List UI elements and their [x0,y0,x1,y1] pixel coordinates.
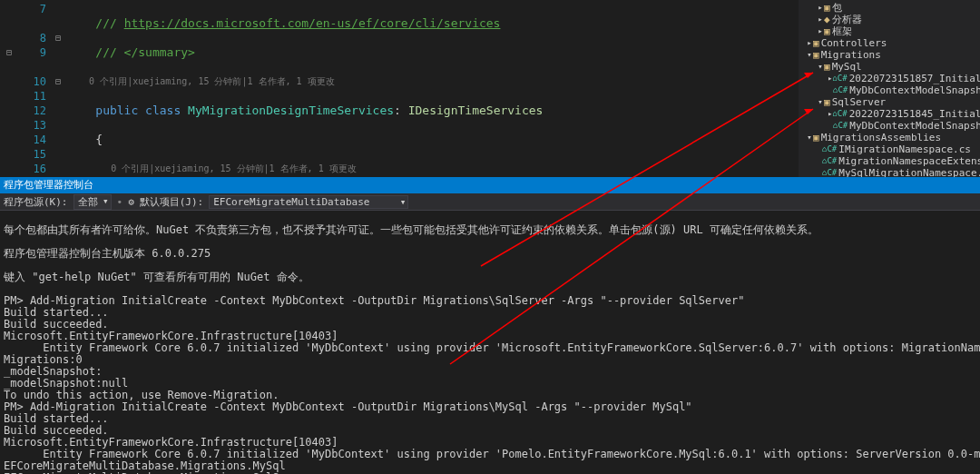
default-project-dropdown[interactable]: EFCoreMigrateMultiDatabase▾ [209,195,408,209]
tree-migasm[interactable]: MigrationsAssemblies [821,132,941,143]
editor-fold-margin: ⊟⊟ [49,0,67,177]
editor-glyph-margin: ⊟ [0,0,18,177]
chevron-down-icon[interactable]: ▾ [806,49,813,61]
file-mysql-snapshot[interactable]: MyDbContextModelSnapshot.cs [849,84,980,96]
framework-icon: ▣ [824,25,830,37]
solution-explorer[interactable]: ▸▣包 ▸◆分析器 ▸▣框架 ▸▣Controllers ▾▣Migration… [799,0,980,177]
tree-mysql[interactable]: MySql [832,61,862,73]
chevron-down-icon: ▾ [400,196,407,208]
tree-frameworks[interactable]: 框架 [832,25,852,37]
package-icon: ▣ [824,2,830,14]
chevron-right-icon[interactable]: ▸ [817,25,824,37]
csharp-file-icon: ⌂C# [833,84,848,96]
file-mignamespaceext[interactable]: MigrationNamespaceExtension.cs [838,155,980,167]
gear-icon[interactable]: ⚙ [128,196,134,208]
console-title: 程序包管理器控制台 [0,177,980,193]
file-imignamespace[interactable]: IMigrationNamespace.cs [838,143,971,155]
csharp-file-icon: ⌂C# [822,155,837,167]
chevron-right-icon[interactable]: ▸ [806,37,813,49]
editor-line-numbers: 7 8 9 10 11 12 13 14 15 16 17 [18,0,49,177]
csharp-file-icon: ⌂C# [822,167,837,177]
tree-analyzers[interactable]: 分析器 [832,14,862,25]
analyzer-icon: ◆ [824,14,830,25]
default-project-label: 默认项目(J): [140,195,204,209]
folder-icon: ▣ [824,96,830,108]
csharp-file-icon: ⌂C# [832,73,847,84]
tree-sqlserver[interactable]: SqlServer [832,96,887,108]
chevron-down-icon[interactable]: ▾ [817,96,824,108]
tree-migrations[interactable]: Migrations [821,49,881,61]
file-mysqlmignamespace[interactable]: MySqlMigrationNamespace.cs [838,167,980,177]
folder-icon: ▣ [813,132,819,143]
folder-icon: ▣ [813,37,819,49]
tree-packages[interactable]: 包 [832,2,842,14]
folder-icon: ▣ [824,61,830,73]
tree-controllers[interactable]: Controllers [821,37,887,49]
package-source-dropdown[interactable]: 全部▾ [74,194,112,210]
file-mysql-initial[interactable]: 20220723151857_InitialCreate.cs [849,73,980,84]
folder-icon: ▣ [813,49,819,61]
chevron-down-icon[interactable]: ▾ [806,132,813,143]
file-sql-snapshot[interactable]: MyDbContextModelSnapshot.cs [849,120,980,132]
csharp-file-icon: ⌂C# [832,108,847,120]
code-area[interactable]: /// https://docs.microsoft.com/en-us/ef/… [67,0,799,177]
csharp-file-icon: ⌂C# [822,143,837,155]
package-source-label: 程序包源(K): [4,195,68,209]
chevron-right-icon[interactable]: ▸ [817,2,824,14]
csharp-file-icon: ⌂C# [833,120,848,132]
code-editor[interactable]: ⊟ 7 8 9 10 11 12 13 14 15 16 17 ⊟⊟ /// h [0,0,799,177]
file-sql-initial[interactable]: 20220723151845_InitialCreate.cs [849,108,980,120]
chevron-down-icon: ▾ [103,195,109,207]
chevron-right-icon[interactable]: ▸ [817,14,824,25]
chevron-down-icon[interactable]: ▾ [817,61,824,73]
console-toolbar: 程序包源(K): 全部▾ • ⚙ 默认项目(J): EFCoreMigrateM… [0,193,980,211]
console-output[interactable]: 每个包都由其所有者许可给你。NuGet 不负责第三方包，也不授予其许可证。一些包… [0,211,980,474]
